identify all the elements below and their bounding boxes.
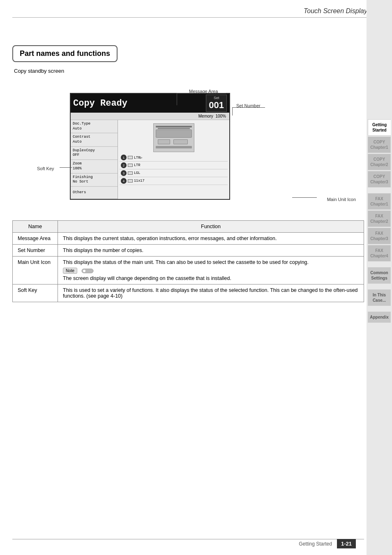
- sidebar-tab-getting-started[interactable]: Getting Started: [368, 119, 391, 136]
- right-sidebar: Getting Started COPY Chapter1 COPY Chapt…: [367, 0, 392, 555]
- soft-key-contrast[interactable]: Contrast Auto: [71, 133, 118, 146]
- table-row: Message Area This displays the current s…: [13, 233, 364, 245]
- table-col-name: Name: [13, 221, 58, 233]
- screen-header: Copy Ready Set 001: [71, 94, 229, 113]
- copier-image: [153, 123, 194, 152]
- page-number: 1-21: [337, 539, 356, 548]
- unit-panel: 1 LTR▷ 2 LTR 3 LGL: [118, 120, 229, 199]
- cassette-item-2[interactable]: 2 LTR: [120, 162, 228, 169]
- row-name-main-unit: Main Unit Icon: [13, 257, 58, 284]
- copy-screen-mockup: Copy Ready Set 001 Memory 100% Doc.Type …: [70, 93, 230, 200]
- sidebar-tab-copy-ch2[interactable]: COPY Chapter2: [368, 154, 391, 170]
- soft-key-duplex[interactable]: DuplexCopy OFF: [71, 147, 118, 160]
- memory-bar: Memory 100%: [71, 113, 229, 120]
- cassette-list: 1 LTR▷ 2 LTR 3 LGL: [120, 154, 228, 185]
- soft-key-panel: Doc.Type Auto Contrast Auto DuplexCopy O…: [71, 120, 118, 199]
- page-footer: Getting Started 1-21: [0, 539, 364, 548]
- sidebar-tab-in-this-case[interactable]: In This Case...: [368, 289, 391, 306]
- cassette-size-2: LTR: [134, 163, 140, 167]
- cassette-icon-3: [128, 171, 133, 175]
- row-func-main-unit: This displays the status of the main uni…: [58, 257, 364, 284]
- sidebar-tab-common-settings[interactable]: Common Settings: [368, 267, 391, 284]
- cassette-num-2: 2: [121, 162, 127, 168]
- ann-line-softkey: [60, 167, 72, 168]
- cassette-num-1: 1: [121, 155, 127, 160]
- footer-label: Getting Started: [299, 541, 332, 547]
- cassette-item-1[interactable]: 1 LTR▷: [120, 154, 228, 162]
- cassette-size-1: LTR▷: [134, 155, 142, 160]
- cassette-num-4: 4: [121, 178, 127, 184]
- cassette-icon-4: [128, 179, 133, 183]
- sidebar-tab-fax-ch4[interactable]: FAX Chapter4: [368, 245, 391, 261]
- ann-line-message: [177, 93, 226, 93]
- table-col-function: Function: [58, 221, 364, 233]
- table-row: Soft Key This is used to set a variety o…: [13, 284, 364, 302]
- copy-ready-text: Copy Ready: [73, 98, 206, 109]
- soft-key-zoom[interactable]: Zoom 100%: [71, 160, 118, 173]
- main-content: Part names and functions Copy standby sc…: [12, 21, 364, 543]
- sidebar-tab-fax-ch2[interactable]: FAX Chapter2: [368, 210, 391, 227]
- note-badge: Note: [63, 268, 77, 274]
- memory-text: Memory 100%: [198, 114, 226, 118]
- ann-line-setnumber: [232, 107, 265, 108]
- row-func-set-number: This displays the number of copies.: [58, 245, 364, 257]
- cassette-num-3: 3: [121, 170, 127, 176]
- set-label: Set: [209, 96, 224, 100]
- sidebar-tab-appendix[interactable]: Appendix: [368, 312, 391, 323]
- annotation-soft-key: Soft Key: [37, 166, 54, 171]
- soft-key-doctype[interactable]: Doc.Type Auto: [71, 120, 118, 133]
- sidebar-tab-fax-ch3[interactable]: FAX Chapter3: [368, 228, 391, 244]
- info-table: Name Function Message Area This displays…: [12, 220, 364, 302]
- set-area: Set 001: [206, 95, 227, 112]
- cassette-icon-2: [128, 164, 133, 167]
- ann-line-message-v: [177, 93, 177, 105]
- note-icon: [81, 268, 94, 274]
- cassette-item-3[interactable]: 3 LGL: [120, 169, 228, 177]
- cassette-item-4[interactable]: 4 11x17: [120, 177, 228, 185]
- cassette-size-4: 11x17: [134, 179, 145, 183]
- ann-line-mainunit: [292, 197, 317, 198]
- table-row: Main Unit Icon This displays the status …: [13, 257, 364, 284]
- row-name-set-number: Set Number: [13, 245, 58, 257]
- copy-standby-label: Copy standby screen: [14, 68, 364, 74]
- sidebar-tab-fax-ch1[interactable]: FAX Chapter1: [368, 193, 391, 210]
- svg-point-1: [83, 270, 85, 272]
- soft-key-others[interactable]: Others: [71, 187, 118, 199]
- sidebar-tab-copy-ch1[interactable]: COPY Chapter1: [368, 136, 391, 153]
- row-func-soft-key: This is used to set a variety of functio…: [58, 284, 364, 302]
- diagram-container: Copy Ready Set 001 Memory 100% Doc.Type …: [12, 81, 364, 212]
- cassette-size-3: LGL: [134, 171, 140, 175]
- cassette-icon-1: [128, 156, 133, 159]
- row-func-message-area: This displays the current status, operat…: [58, 233, 364, 245]
- top-divider: [12, 17, 367, 18]
- table-row: Set Number This displays the number of c…: [13, 245, 364, 257]
- annotation-main-unit: Main Unit Icon: [327, 197, 356, 202]
- sidebar-tab-copy-ch3[interactable]: COPY Chapter3: [368, 171, 391, 187]
- soft-key-finishing[interactable]: Finishing No Sort: [71, 173, 118, 187]
- row-name-soft-key: Soft Key: [13, 284, 58, 302]
- set-number-display: 001: [209, 100, 224, 111]
- page-header: Touch Screen Display: [304, 7, 367, 15]
- section-heading: Part names and functions: [12, 45, 118, 62]
- row-name-message-area: Message Area: [13, 233, 58, 245]
- screen-body: Doc.Type Auto Contrast Auto DuplexCopy O…: [71, 120, 229, 199]
- note-text: The screen display will change depending…: [63, 275, 231, 281]
- ann-line-setnumber-v: [232, 107, 233, 116]
